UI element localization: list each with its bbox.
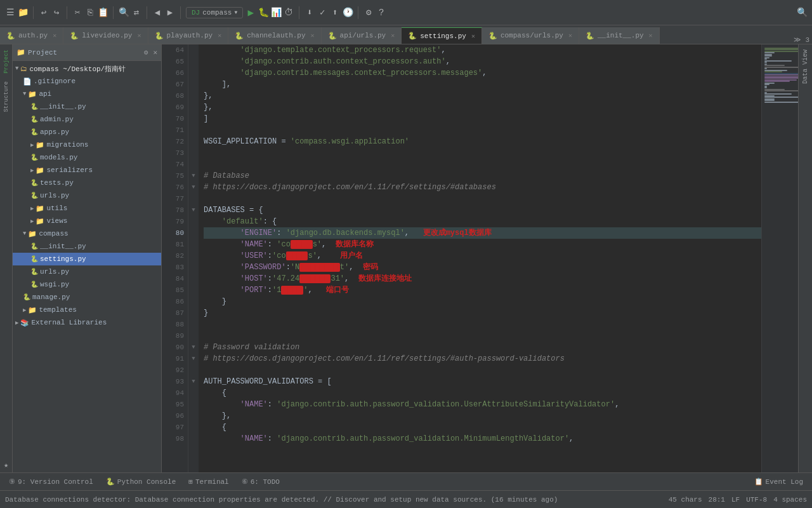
chevron-right-icon-utils: ▶ (30, 205, 34, 212)
vcs-push-icon[interactable]: ⬆ (330, 8, 340, 18)
code-97-content: { (204, 422, 226, 433)
paste-icon[interactable]: 📋 (98, 8, 108, 18)
tab-init-close[interactable]: ✕ (649, 32, 653, 39)
todo-btn[interactable]: ⑥ 6: TODO (238, 476, 284, 487)
replace-icon[interactable]: ⇄ (131, 8, 141, 18)
tab-settings[interactable]: 🐍 settings.py ✕ (402, 27, 482, 44)
vcs-commit-icon[interactable]: ✓ (317, 8, 327, 18)
tab-apiurls[interactable]: 🐍 api/urls.py ✕ (322, 27, 402, 44)
favorites-icon[interactable]: ★ (1, 458, 11, 472)
menu-icon[interactable]: ☰ (5, 8, 15, 18)
cut-icon[interactable]: ✂ (72, 8, 82, 18)
tab-apiurls-close[interactable]: ✕ (391, 32, 395, 39)
copy-icon[interactable]: ⎘ (85, 8, 95, 18)
tab-playauth-close[interactable]: ✕ (218, 32, 221, 39)
run-button[interactable]: ▶ (246, 8, 256, 18)
encoding[interactable]: UTF-8 (746, 496, 767, 504)
tab-auth-close[interactable]: ✕ (53, 32, 56, 39)
debug-button[interactable]: 🐛 (258, 8, 268, 18)
back-icon[interactable]: ◀ (152, 8, 162, 18)
code-78-content: DATABASES = { (204, 204, 263, 216)
settings-icon[interactable]: ⚙ (363, 8, 374, 18)
tree-wsgi[interactable]: 🐍 wsgi.py (13, 278, 161, 291)
tree-templates[interactable]: ▶ 📁 templates (13, 304, 161, 316)
tree-settings[interactable]: 🐍 settings.py (13, 253, 161, 265)
line-69: 69 (162, 102, 184, 113)
fold-93: ▼ (188, 376, 199, 387)
chars-count[interactable]: 45 chars (669, 496, 702, 504)
run-coverage-icon[interactable]: 📊 (271, 8, 281, 18)
tab-auth[interactable]: 🐍 auth.py ✕ (0, 27, 63, 44)
profile-icon[interactable]: ⏱ (284, 8, 294, 18)
undo-icon[interactable]: ↩ (39, 8, 49, 18)
tab-channelauth[interactable]: 🐍 channelauth.py ✕ (228, 27, 321, 44)
mig-folder-icon: 📁 (36, 141, 44, 149)
indent-spaces[interactable]: 4 spaces (773, 496, 807, 504)
project-view-icon[interactable]: Project (2, 46, 11, 77)
event-log-btn[interactable]: 📋 Event Log (750, 476, 807, 487)
tree-root[interactable]: ▼ 🗂 compass ~/Desktop/指南针 (13, 62, 161, 75)
vcs-update-icon[interactable]: ⬇ (304, 8, 315, 18)
tab-livevideo[interactable]: 🐍 livevideo.py ✕ (63, 27, 148, 44)
tree-apps[interactable]: 🐍 apps.py (13, 126, 161, 138)
event-log-label: Event Log (766, 478, 803, 486)
fold-67 (188, 79, 199, 90)
cursor-position[interactable]: 28:1 (709, 496, 725, 504)
tab-init[interactable]: 🐍 __init__.py ✕ (579, 27, 660, 44)
tree-manage[interactable]: 🐍 manage.py (13, 291, 161, 304)
tree-api-folder[interactable]: ▼ 📁 api (13, 88, 161, 100)
tabs-overflow[interactable]: ≫ 3 (794, 36, 809, 44)
tree-migrations[interactable]: ▶ 📁 migrations (13, 138, 161, 151)
tree-compass-urls[interactable]: 🐍 urls.py (13, 265, 161, 278)
version-control-btn[interactable]: ⑨ 9: Version Control (5, 476, 97, 487)
project-settings-icon[interactable]: ⚙ (144, 48, 148, 57)
tree-api-init[interactable]: 🐍 __init__.py (13, 100, 161, 113)
line-98: 98 (162, 433, 184, 444)
python-console-btn[interactable]: 🐍 Python Console (102, 476, 180, 487)
chevron-down-icon-api: ▼ (23, 91, 26, 97)
tree-gitignore[interactable]: 📄 .gitignore (13, 75, 161, 88)
code-editor[interactable]: 'django.template.context_processors.requ… (199, 44, 761, 472)
code-79-content: 'default': { (204, 216, 277, 227)
tree-compass-init[interactable]: 🐍 __init__.py (13, 240, 161, 253)
project-close-icon[interactable]: ✕ (153, 48, 157, 57)
tree-external-libs[interactable]: ▶ 📚 External Libraries (13, 316, 161, 329)
tab-livevideo-close[interactable]: ✕ (137, 32, 141, 39)
code-line-85: 'PORT':'1████', 端口号 (204, 284, 761, 296)
sep3 (113, 6, 114, 19)
tab-channelauth-close[interactable]: ✕ (311, 32, 315, 39)
tab-settings-close[interactable]: ✕ (471, 32, 475, 40)
python-console-label: Python Console (117, 478, 176, 486)
forward-icon[interactable]: ▶ (165, 8, 175, 18)
redo-icon[interactable]: ↪ (51, 8, 62, 18)
tree-models[interactable]: 🐍 models.py (13, 151, 161, 164)
tree-tests[interactable]: 🐍 tests.py (13, 177, 161, 189)
tree-compass-folder[interactable]: ▼ 📁 compass (13, 227, 161, 240)
line-ending[interactable]: LF (731, 496, 740, 504)
tree-api-urls[interactable]: 🐍 urls.py (13, 189, 161, 202)
tree-views[interactable]: ▶ 📁 views (13, 215, 161, 227)
search-everywhere-icon[interactable]: 🔍 (797, 8, 807, 18)
py-file-icon-4: 🐍 (30, 154, 38, 161)
structure-icon[interactable]: Structure (2, 77, 11, 116)
tab-compassurls-close[interactable]: ✕ (568, 32, 572, 39)
tree-admin[interactable]: 🐍 admin.py (13, 113, 161, 126)
tab-playauth[interactable]: 🐍 playauth.py ✕ (148, 27, 229, 44)
fold-96 (188, 410, 199, 422)
tree-utils[interactable]: ▶ 📁 utils (13, 202, 161, 215)
py-file-icon-c3: 🐍 (30, 268, 38, 276)
code-87-content: } (204, 307, 208, 319)
line-73: 73 (162, 147, 184, 159)
terminal-btn[interactable]: ⊞ Terminal (185, 476, 232, 487)
open-icon[interactable]: 📁 (18, 8, 28, 18)
find-icon[interactable]: 🔍 (119, 8, 129, 18)
tab-compassurls[interactable]: 🐍 compass/urls.py ✕ (482, 27, 579, 44)
code-line-67: ], (204, 79, 761, 90)
run-config-selector[interactable]: DJ compass ▼ (186, 7, 243, 18)
help-icon[interactable]: ? (376, 8, 386, 18)
data-view-label[interactable]: Data View (801, 44, 810, 89)
tree-serializers[interactable]: ▶ 📁 serializers (13, 164, 161, 177)
line-71: 71 (162, 124, 184, 136)
code-68-content: }, (204, 90, 213, 102)
vcs-history-icon[interactable]: 🕐 (343, 8, 353, 18)
